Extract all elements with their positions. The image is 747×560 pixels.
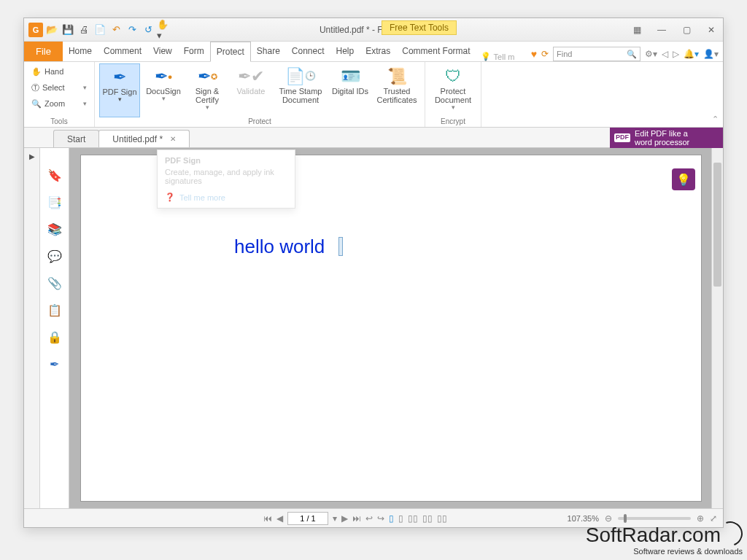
collapse-ribbon-icon[interactable]: ⌃ xyxy=(712,114,719,124)
tab-connect[interactable]: Connect xyxy=(286,41,330,61)
redo2-icon[interactable]: ↺ xyxy=(141,23,155,37)
docusign-button[interactable]: ✒●DocuSign▾ xyxy=(143,63,184,117)
nav-panel-toggle[interactable]: ▶ xyxy=(24,148,40,508)
timestamp-button[interactable]: 📄🕒Time Stamp Document xyxy=(274,63,327,117)
single-page-icon[interactable]: ▯ xyxy=(389,513,394,524)
titlebar: G 📂 💾 🖨 📄 ↶ ↷ ↺ ✋▾ Untitled.pdf * - Foxi… xyxy=(24,18,723,42)
continuous-icon[interactable]: ▯ xyxy=(398,513,403,524)
find-box[interactable]: Find 🔍 xyxy=(553,47,640,61)
tooltip-title: PDF Sign xyxy=(165,156,287,165)
tab-share[interactable]: Share xyxy=(251,41,286,61)
zoom-tool[interactable]: 🔍Zoom▾ xyxy=(28,96,90,112)
chevron-down-icon: ▾ xyxy=(83,100,87,107)
tab-home[interactable]: Home xyxy=(63,41,98,61)
trusted-certificates-button[interactable]: 📜Trusted Certificates xyxy=(374,63,420,117)
digital-ids-button[interactable]: 🪪Digital IDs xyxy=(330,63,371,117)
chevron-down-icon: ▾ xyxy=(162,96,166,103)
continuous-facing-icon[interactable]: ▯▯ xyxy=(422,513,433,524)
tab-untitled[interactable]: Untitled.pdf *✕ xyxy=(98,130,190,147)
print-icon[interactable]: 🖨 xyxy=(77,23,91,37)
tooltip-more[interactable]: ❓Tell me more xyxy=(165,192,287,202)
hand-dropdown-icon[interactable]: ✋▾ xyxy=(157,23,171,37)
cover-icon[interactable]: ▯▯ xyxy=(437,513,447,524)
bookmarks-icon[interactable]: 🔖 xyxy=(47,168,62,182)
comments-icon[interactable]: 💬 xyxy=(47,249,62,263)
search-icon[interactable]: 🔍 xyxy=(627,50,637,59)
ribbon-options-icon[interactable]: ▦ xyxy=(630,25,644,35)
layers-icon[interactable]: 📚 xyxy=(47,222,62,236)
tab-view[interactable]: View xyxy=(147,41,178,61)
protect-document-button[interactable]: 🛡Protect Document▾ xyxy=(430,63,476,117)
open-icon[interactable]: 📂 xyxy=(44,23,59,37)
group-protect: ✒PDF Sign▾ ✒●DocuSign▾ ✒✪Sign & Certify▾… xyxy=(95,62,425,127)
next-page-icon[interactable]: ▶ xyxy=(341,513,348,524)
ribbon: ✋Hand ⓉSelect▾ 🔍Zoom▾ Tools ✒PDF Sign▾ ✒… xyxy=(24,62,723,128)
save-icon[interactable]: 💾 xyxy=(61,23,75,37)
pdf-badge-icon: PDF xyxy=(614,133,630,142)
attachments-icon[interactable]: 📎 xyxy=(47,276,62,290)
gear-icon[interactable]: ⚙▾ xyxy=(645,49,657,59)
tab-extras[interactable]: Extras xyxy=(360,41,396,61)
chevron-down-icon: ▾ xyxy=(118,96,122,104)
prev-page-icon[interactable]: ◀ xyxy=(276,513,283,524)
tell-me-box[interactable]: 💡Tell m xyxy=(481,52,515,61)
sign-certify-button[interactable]: ✒✪Sign & Certify▾ xyxy=(187,63,228,117)
security-icon[interactable]: 🔒 xyxy=(47,330,62,344)
link-icon[interactable]: ⟳ xyxy=(541,49,549,59)
help-icon: ❓ xyxy=(165,192,175,202)
pen-panel-icon[interactable]: ✒ xyxy=(50,357,59,371)
page-dropdown-icon[interactable]: ▾ xyxy=(333,513,337,524)
email-icon[interactable]: 📄 xyxy=(93,23,107,37)
zoom-icon: 🔍 xyxy=(31,99,42,109)
jump-fwd-icon[interactable]: ↪ xyxy=(377,513,384,524)
hint-bulb-button[interactable]: 💡 xyxy=(672,168,695,190)
pdf-sign-button[interactable]: ✒PDF Sign▾ xyxy=(99,63,140,117)
free-text-tools-tab[interactable]: Free Text Tools xyxy=(382,20,457,35)
tab-protect[interactable]: Protect xyxy=(210,42,251,62)
zoom-slider[interactable] xyxy=(618,517,691,520)
scroll-thumb[interactable] xyxy=(713,163,721,287)
validate-icon: ✒✔ xyxy=(238,66,264,87)
first-page-icon[interactable]: ⏮ xyxy=(263,513,272,524)
pen-icon: ✒ xyxy=(113,67,126,88)
tab-form[interactable]: Form xyxy=(178,41,210,61)
app-logo-icon[interactable]: G xyxy=(28,23,43,37)
close-icon[interactable]: ✕ xyxy=(704,25,719,35)
tab-start[interactable]: Start xyxy=(53,130,99,147)
group-tools: ✋Hand ⓉSelect▾ 🔍Zoom▾ Tools xyxy=(24,62,95,127)
nav-back-icon[interactable]: ◁ xyxy=(662,49,668,59)
certify-icon: ✒✪ xyxy=(198,66,217,87)
maximize-icon[interactable]: ▢ xyxy=(679,25,694,35)
nav-fwd-icon[interactable]: ▷ xyxy=(673,49,679,59)
softradar-watermark: SoftRadar.com Software reviews & downloa… xyxy=(586,521,743,556)
facing-icon[interactable]: ▯▯ xyxy=(408,513,418,524)
group-label-tools: Tools xyxy=(28,117,90,127)
last-page-icon[interactable]: ⏭ xyxy=(352,513,361,524)
file-tab[interactable]: File xyxy=(24,41,63,61)
close-tab-icon[interactable]: ✕ xyxy=(170,135,176,143)
signatures-icon[interactable]: 📋 xyxy=(47,303,62,317)
select-tool[interactable]: ⓉSelect▾ xyxy=(28,79,90,96)
edit-pdf-promo[interactable]: PDF Edit PDF like aword processor xyxy=(610,128,723,148)
document-text[interactable]: hello world xyxy=(234,236,325,258)
minimize-icon[interactable]: ― xyxy=(654,25,669,35)
favorite-icon[interactable]: ♥ xyxy=(531,48,537,60)
tab-comment[interactable]: Comment xyxy=(98,41,147,61)
vertical-scrollbar[interactable] xyxy=(711,148,723,508)
redo-icon[interactable]: ↷ xyxy=(125,23,139,37)
page-number-input[interactable] xyxy=(287,512,328,525)
shield-icon: 🛡 xyxy=(445,66,461,87)
tab-help[interactable]: Help xyxy=(330,41,360,61)
tab-comment-format[interactable]: Comment Format xyxy=(396,41,476,61)
validate-button: ✒✔Validate xyxy=(231,63,271,117)
bulb-icon: 💡 xyxy=(481,52,491,61)
clock-doc-icon: 📄🕒 xyxy=(285,66,316,87)
pages-icon[interactable]: 📑 xyxy=(47,195,62,209)
undo-icon[interactable]: ↶ xyxy=(109,23,123,37)
jump-back-icon[interactable]: ↩ xyxy=(365,513,373,524)
app-window: G 📂 💾 🖨 📄 ↶ ↷ ↺ ✋▾ Untitled.pdf * - Foxi… xyxy=(23,18,724,528)
page-viewport[interactable]: hello world 💡 PDF Sign Create, manage, a… xyxy=(69,148,723,508)
hand-tool[interactable]: ✋Hand xyxy=(28,63,90,79)
user-icon[interactable]: 👤▾ xyxy=(703,49,719,59)
bell-icon[interactable]: 🔔▾ xyxy=(684,49,699,59)
